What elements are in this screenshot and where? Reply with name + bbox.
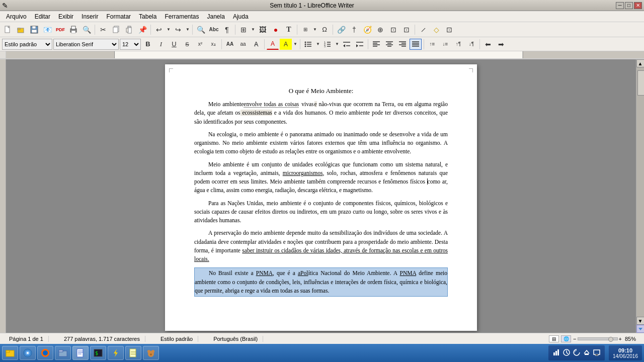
scroll-track[interactable]	[636, 67, 645, 317]
vertical-scrollbar[interactable]: ▲ ▼	[636, 59, 644, 333]
menu-ajuda[interactable]: Ajuda	[229, 12, 253, 21]
undo-button[interactable]: ↩	[153, 24, 165, 35]
menu-arquivo[interactable]: Arquivo	[2, 12, 31, 21]
open-button[interactable]	[15, 24, 27, 35]
spellcheck-button[interactable]: Abc	[208, 24, 220, 35]
email-button[interactable]: 📧	[41, 24, 53, 35]
insert-field-dropdown[interactable]: ▼	[312, 24, 317, 35]
para-space-above-button[interactable]: ↑¶	[452, 39, 464, 50]
subscript-button[interactable]: x₂	[207, 39, 219, 50]
cut-button[interactable]: ✂	[97, 24, 109, 35]
numbering-button[interactable]: 1.2.3.	[321, 39, 334, 50]
decrease-indent-button[interactable]	[341, 39, 353, 50]
insert-field-button[interactable]: ⊞	[299, 24, 311, 35]
insert-textbox-button[interactable]: T	[283, 24, 295, 35]
redo-button[interactable]: ↪	[172, 24, 184, 35]
minimize-button[interactable]: ─	[616, 2, 624, 9]
menu-editar[interactable]: Editar	[31, 12, 54, 21]
tray-icon1[interactable]	[552, 348, 560, 358]
document-scroll-area[interactable]: O que é Meio Ambiente: Meio ambienteenvo…	[6, 59, 636, 333]
insert-endnote-button[interactable]: ⊕	[374, 24, 386, 35]
print-button[interactable]	[67, 24, 79, 35]
highlight-button[interactable]: A	[280, 39, 292, 50]
insert-table-button[interactable]: ⊞	[237, 24, 250, 35]
scroll-thumb[interactable]	[637, 70, 645, 96]
format-marks-button[interactable]: ¶	[221, 24, 233, 35]
tray-icon2[interactable]	[562, 348, 571, 358]
strikethrough-button[interactable]: S	[181, 39, 193, 50]
style-select[interactable]: Estilo padrão	[2, 39, 52, 50]
taskbar-browser-button[interactable]	[20, 346, 36, 360]
navigator-button[interactable]: 🧭	[361, 24, 373, 35]
menu-inserir[interactable]: Inserir	[77, 12, 102, 21]
size-select[interactable]: 12	[120, 39, 141, 50]
view-normal-button[interactable]: ▤	[549, 335, 559, 342]
view-web-button[interactable]: 🌐	[561, 335, 571, 342]
menu-exibir[interactable]: Exibir	[54, 12, 77, 21]
insert-footer-button[interactable]: ⊡	[400, 24, 413, 35]
indent-button[interactable]: ➡	[495, 39, 507, 50]
new-button[interactable]	[2, 24, 14, 35]
line-tool-button[interactable]: ─	[415, 21, 432, 38]
taskbar-notes-button[interactable]	[125, 346, 141, 360]
line-spacing-inc-button[interactable]: ↓≡	[439, 39, 451, 50]
insert-table-dropdown[interactable]: ▼	[251, 24, 256, 35]
shadow-button[interactable]: A	[250, 39, 262, 50]
insert-special-char-button[interactable]: Ω	[318, 24, 331, 35]
taskbar-firefox-button[interactable]	[37, 346, 53, 360]
scroll-extra-button[interactable]	[636, 325, 645, 333]
bullets-button[interactable]	[302, 39, 314, 50]
underline-button[interactable]: U	[168, 39, 180, 50]
font-select[interactable]: Liberation Serif	[53, 39, 119, 50]
zoom-minus[interactable]: −	[573, 336, 576, 342]
scroll-up-button[interactable]: ▲	[636, 59, 645, 67]
tray-icon3[interactable]	[573, 348, 581, 358]
undo-dropdown[interactable]: ▼	[166, 24, 171, 35]
insert-header-button[interactable]: ⊡	[387, 24, 399, 35]
find-button[interactable]: 🔍	[195, 24, 207, 35]
clock[interactable]: 09:10 14/06/2016	[609, 345, 642, 360]
taskbar-filemanager-button[interactable]	[55, 346, 71, 360]
zoom-thumb[interactable]	[608, 337, 613, 342]
menu-formatar[interactable]: Formatar	[102, 12, 135, 21]
align-center-button[interactable]	[383, 39, 395, 50]
maximize-button[interactable]: □	[625, 2, 633, 9]
justify-button[interactable]	[410, 39, 422, 50]
save-button[interactable]	[28, 24, 40, 35]
close-button[interactable]: ✕	[634, 2, 642, 9]
taskbar-writer-button[interactable]	[72, 346, 89, 360]
bullets-dropdown[interactable]: ▼	[315, 39, 320, 50]
lowercase-button[interactable]: aa	[237, 39, 249, 50]
zoom-plus[interactable]: +	[619, 336, 622, 342]
menu-ferramentas[interactable]: Ferramentas	[160, 12, 203, 21]
insert-image-button[interactable]: 🖼	[257, 24, 269, 35]
shapes-button[interactable]: ◇	[430, 24, 442, 35]
scroll-down-button[interactable]: ▼	[636, 317, 645, 325]
italic-button[interactable]: I	[155, 39, 167, 50]
line-spacing-dec-button[interactable]: ↑≡	[426, 39, 438, 50]
increase-indent-button[interactable]	[354, 39, 366, 50]
export-direct-button[interactable]: PDF	[54, 24, 66, 35]
align-left-button[interactable]	[370, 39, 382, 50]
uppercase-button[interactable]: AA	[224, 39, 236, 50]
superscript-button[interactable]: x²	[194, 39, 206, 50]
menu-janela[interactable]: Janela	[203, 12, 229, 21]
forms-button[interactable]: ⊡	[443, 24, 455, 35]
paste-special-button[interactable]: 📌	[136, 24, 148, 35]
outdent-button[interactable]: ⬅	[482, 39, 494, 50]
bold-button[interactable]: B	[142, 39, 154, 50]
para-space-below-button[interactable]: ↓¶	[465, 39, 477, 50]
tray-icon4[interactable]	[583, 348, 591, 358]
highlight-dropdown[interactable]: ▼	[293, 39, 298, 50]
font-color-button[interactable]: A	[267, 39, 279, 50]
insert-chart-button[interactable]: ●	[270, 24, 282, 35]
insert-hyperlink-button[interactable]: 🔗	[335, 24, 347, 35]
taskbar-terminal-button[interactable]: $	[90, 346, 106, 360]
taskbar-lightning-button[interactable]	[108, 346, 124, 360]
menu-tabela[interactable]: Tabela	[135, 12, 160, 21]
taskbar-files-button[interactable]	[2, 346, 18, 360]
zoom-slider[interactable]	[578, 337, 618, 340]
print-preview-button[interactable]: 🔍	[80, 24, 93, 35]
align-right-button[interactable]	[396, 39, 409, 50]
numbering-dropdown[interactable]: ▼	[335, 39, 340, 50]
